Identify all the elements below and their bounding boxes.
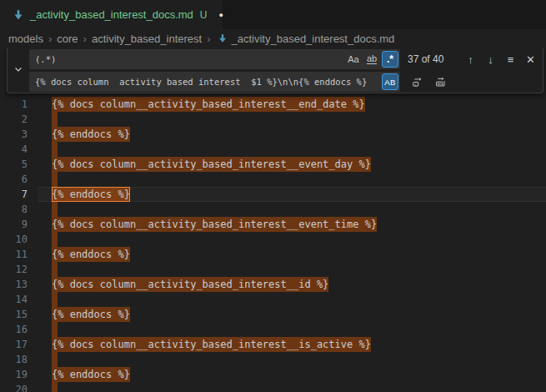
code-line[interactable]: {% enddocs %} (52, 127, 130, 142)
previous-match-button[interactable]: ↑ (462, 51, 479, 68)
find-match (52, 382, 58, 392)
code-line[interactable]: {% docs column__activity_based_interest_… (52, 337, 371, 352)
arrow-up-icon: ↑ (468, 53, 473, 66)
code-line[interactable]: {% enddocs %} (52, 307, 130, 322)
close-find-button[interactable]: ✕ (522, 51, 539, 68)
code-line[interactable]: {% docs column__activity_based_interest_… (52, 97, 365, 112)
code-line[interactable] (52, 262, 58, 277)
tab-file[interactable]: _activity_based_interest_docs.md U ● (0, 0, 223, 29)
code-line[interactable]: {% docs column__activity_based_interest_… (52, 217, 377, 232)
code-line[interactable] (52, 292, 58, 307)
modified-indicator[interactable]: ● (219, 11, 223, 19)
line-number: 8 (0, 202, 28, 217)
breadcrumb-item-activity-based-interest[interactable]: activity_based_interest (92, 33, 202, 45)
line-number: 11 (0, 247, 28, 262)
breadcrumb-separator: › (47, 33, 53, 45)
editor[interactable]: 1{% docs column__activity_based_interest… (0, 48, 546, 392)
find-match (52, 232, 58, 247)
find-match: {% docs column__activity_based_interest_… (52, 97, 365, 112)
find-in-selection-button[interactable]: ≡ (502, 51, 519, 68)
find-match: {% enddocs %} (52, 367, 130, 382)
breadcrumb-separator: › (82, 33, 88, 45)
chevron-down-icon (13, 63, 23, 78)
breadcrumb-item-models[interactable]: models (8, 33, 43, 45)
markdown-file-icon (218, 33, 228, 43)
line-number: 7 (0, 187, 28, 202)
code-line-row: 14 (0, 292, 546, 307)
code-line[interactable]: {% enddocs %} (52, 187, 130, 202)
line-number: 18 (0, 352, 28, 367)
code-line[interactable]: {% docs column__activity_based_interest_… (52, 157, 371, 172)
git-status-badge: U (200, 9, 208, 21)
replace-all-button[interactable]: ab (432, 73, 449, 91)
code-line-row: 6 (0, 172, 546, 187)
code-line[interactable] (52, 202, 58, 217)
line-number: 19 (0, 367, 28, 382)
code-line[interactable] (52, 112, 58, 127)
code-line[interactable]: {% enddocs %} (52, 247, 130, 262)
find-match (52, 322, 58, 337)
whole-word-toggle[interactable]: ab (363, 51, 380, 68)
code-line-row: 10 (0, 232, 546, 247)
find-widget: Aa ab .* 37 of 40 ↑ ↓ (7, 48, 543, 93)
code-line[interactable] (52, 352, 58, 367)
arrow-down-icon: ↓ (488, 53, 493, 66)
regex-icon: .* (387, 53, 393, 65)
find-match (52, 142, 58, 157)
code-line-row: 5{% docs column__activity_based_interest… (0, 157, 546, 172)
code-line-row: 16 (0, 322, 546, 337)
find-match (52, 172, 58, 187)
line-number: 10 (0, 232, 28, 247)
regex-toggle[interactable]: .* (382, 51, 398, 68)
find-input[interactable] (35, 54, 343, 64)
code-line-row: 20 (0, 382, 546, 392)
whole-word-icon: ab (367, 54, 377, 64)
breadcrumb-item-file[interactable]: _activity_based_interest_docs.md (232, 33, 395, 45)
preserve-case-toggle[interactable]: AB (382, 73, 398, 90)
preserve-case-icon: AB (384, 78, 395, 87)
line-number: 13 (0, 277, 28, 292)
code-line[interactable]: {% docs column__activity_based_interest_… (52, 277, 328, 292)
find-input-container: Aa ab .* (29, 49, 400, 69)
close-icon: ✕ (526, 53, 535, 66)
replace-button[interactable]: c (408, 73, 426, 91)
find-match: {% enddocs %} (52, 307, 130, 322)
line-number: 20 (0, 382, 28, 392)
replace-input[interactable] (35, 77, 380, 87)
find-match: {% docs column__activity_based_interest_… (52, 217, 377, 232)
code-line[interactable]: {% enddocs %} (52, 367, 130, 382)
code-line-row: 15{% enddocs %} (0, 307, 546, 322)
line-number: 17 (0, 337, 28, 352)
find-match (52, 352, 58, 367)
find-match: {% docs column__activity_based_interest_… (52, 277, 328, 292)
code-line[interactable] (52, 382, 58, 392)
code-line[interactable] (52, 322, 58, 337)
find-match: {% enddocs %} (52, 127, 130, 142)
svg-text:ab: ab (438, 82, 442, 86)
replace-icon: c (411, 76, 423, 88)
code-line[interactable] (52, 232, 58, 247)
code-line-row: 12 (0, 262, 546, 277)
find-match: {% docs column__activity_based_interest_… (52, 157, 371, 172)
tab-filename: _activity_based_interest_docs.md (30, 8, 193, 21)
code-line[interactable] (52, 142, 58, 157)
toggle-replace-button[interactable] (8, 49, 29, 91)
breadcrumb-separator: › (205, 33, 212, 45)
svg-text:c: c (414, 82, 417, 86)
breadcrumb-item-core[interactable]: core (57, 33, 78, 45)
find-match: {% enddocs %} (52, 247, 130, 262)
markdown-file-icon (13, 9, 24, 21)
next-match-button[interactable]: ↓ (482, 51, 499, 68)
code-line-row: 13{% docs column__activity_based_interes… (0, 277, 546, 292)
find-match (52, 112, 58, 127)
replace-all-icon: ab (434, 76, 447, 88)
code-line-row: 7{% enddocs %} (0, 187, 546, 202)
line-number: 3 (0, 127, 28, 142)
code-line-row: 3{% enddocs %} (0, 127, 546, 142)
line-number: 14 (0, 292, 28, 307)
match-case-toggle[interactable]: Aa (345, 51, 362, 68)
line-number: 1 (0, 97, 28, 112)
line-number: 5 (0, 157, 28, 172)
code-line[interactable] (52, 172, 58, 187)
line-number: 6 (0, 172, 28, 187)
